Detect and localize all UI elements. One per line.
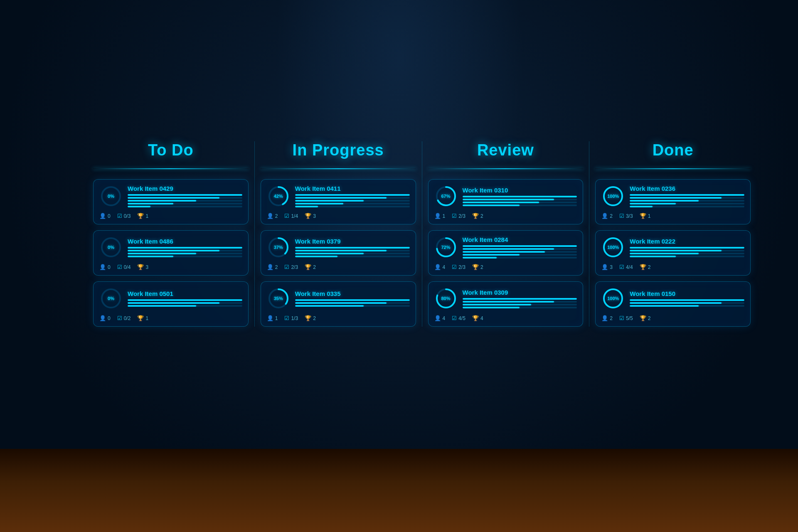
trophies-count: 3 <box>313 213 316 219</box>
progress-bars <box>295 194 410 207</box>
tasks-item: ☑ 3/3 <box>619 213 633 219</box>
progress-bar <box>295 299 410 301</box>
person-icon: 👤 <box>434 264 441 270</box>
card-footer: 👤 2 ☑ 2/3 🏆 2 <box>267 262 410 270</box>
progress-bar <box>295 247 410 249</box>
card-top: 35% Work Item 0335 <box>267 287 410 310</box>
progress-circle: 37% <box>267 236 290 259</box>
trophies-count: 2 <box>648 315 651 321</box>
card-top: 0% Work Item 0429 <box>99 185 242 208</box>
progress-bar <box>128 194 242 196</box>
progress-bar <box>630 305 744 307</box>
person-icon: 👤 <box>99 315 106 321</box>
trophies-item: 🏆 2 <box>472 264 483 270</box>
tasks-count: 0/4 <box>124 264 131 270</box>
card-top: 100% Work Item 0150 <box>601 287 744 310</box>
progress-bar <box>463 251 577 253</box>
person-icon: 👤 <box>267 264 273 270</box>
card-0236[interactable]: 100% Work Item 0236 👤 2 ☑ <box>595 179 751 224</box>
assignees-item: 👤 2 <box>601 315 613 321</box>
column-inprogress: In Progress 42% Work Item 0411 <box>255 141 422 327</box>
checkbox-icon: ☑ <box>619 264 624 270</box>
card-footer: 👤 3 ☑ 4/4 🏆 2 <box>601 262 744 270</box>
progress-circle: 72% <box>434 236 458 259</box>
tasks-item: ☑ 1/3 <box>284 315 298 321</box>
card-0486[interactable]: 0% Work Item 0486 👤 0 ☑ 0/4 <box>93 230 249 276</box>
trophy-icon: 🏆 <box>640 213 646 219</box>
card-0335[interactable]: 35% Work Item 0335 👤 1 ☑ 1/3 <box>261 281 416 327</box>
progress-circle: 100% <box>601 236 625 259</box>
card-0310[interactable]: 67% Work Item 0310 👤 1 ☑ 2/3 <box>428 179 584 224</box>
person-icon: 👤 <box>99 264 106 270</box>
card-title: Work Item 0501 <box>128 290 242 297</box>
card-0501[interactable]: 0% Work Item 0501 👤 0 ☑ 0/2 <box>93 281 249 327</box>
card-info: Work Item 0411 <box>295 185 410 207</box>
progress-label: 67% <box>441 194 450 199</box>
trophy-icon: 🏆 <box>305 264 311 270</box>
trophies-count: 4 <box>480 315 483 321</box>
progress-bar <box>630 194 744 196</box>
trophies-item: 🏆 2 <box>640 264 651 270</box>
trophy-icon: 🏆 <box>137 264 144 270</box>
progress-circle: 42% <box>267 185 290 208</box>
progress-circle: 0% <box>99 185 123 208</box>
trophies-count: 1 <box>145 315 148 321</box>
card-footer: 👤 4 ☑ 2/3 🏆 2 <box>434 262 577 270</box>
card-footer: 👤 0 ☑ 0/3 🏆 1 <box>99 211 242 219</box>
column-header-done: Done <box>653 141 694 159</box>
assignees-item: 👤 2 <box>267 213 278 219</box>
trophies-count: 2 <box>313 315 316 321</box>
card-title: Work Item 0284 <box>463 236 577 243</box>
card-top: 100% Work Item 0236 <box>601 185 744 208</box>
column-divider-done <box>595 168 751 169</box>
trophy-icon: 🏆 <box>305 213 311 219</box>
progress-bar <box>463 307 577 308</box>
card-footer: 👤 2 ☑ 1/4 🏆 3 <box>267 211 410 219</box>
card-title: Work Item 0310 <box>463 187 577 194</box>
card-0429[interactable]: 0% Work Item 0429 👤 0 ☑ <box>93 179 249 224</box>
card-info: Work Item 0501 <box>128 290 242 307</box>
card-0379[interactable]: 37% Work Item 0379 👤 2 ☑ 2/3 <box>261 230 416 276</box>
tasks-count: 0/2 <box>124 315 131 321</box>
progress-circle: 100% <box>601 287 625 310</box>
progress-bars <box>128 247 242 257</box>
trophies-count: 1 <box>648 213 651 219</box>
person-icon: 👤 <box>434 315 441 321</box>
trophies-count: 1 <box>145 213 148 219</box>
progress-label: 0% <box>108 245 114 250</box>
card-footer: 👤 4 ☑ 4/5 🏆 4 <box>434 313 577 321</box>
card-0411[interactable]: 42% Work Item 0411 👤 2 ☑ <box>261 179 416 224</box>
trophy-icon: 🏆 <box>472 264 479 270</box>
card-footer: 👤 2 ☑ 3/3 🏆 1 <box>601 211 744 219</box>
progress-label: 0% <box>108 296 114 301</box>
card-top: 100% Work Item 0222 <box>601 236 744 259</box>
trophies-count: 2 <box>480 213 483 219</box>
assignees-count: 2 <box>275 264 278 270</box>
progress-bar <box>295 200 410 202</box>
tasks-count: 1/4 <box>291 213 298 219</box>
person-icon: 👤 <box>99 213 106 219</box>
progress-bar <box>128 200 242 202</box>
column-header-todo: To Do <box>148 141 194 159</box>
card-top: 42% Work Item 0411 <box>267 185 410 208</box>
progress-bar <box>463 304 577 305</box>
card-info: Work Item 0486 <box>128 238 242 257</box>
assignees-item: 👤 0 <box>99 264 111 270</box>
tasks-count: 0/3 <box>124 213 131 219</box>
progress-bar <box>630 250 744 251</box>
card-0150[interactable]: 100% Work Item 0150 👤 2 ☑ 5/5 <box>595 281 751 327</box>
column-done: Done 100% Work Item 0236 <box>589 141 756 327</box>
card-0284[interactable]: 72% Work Item 0284 👤 4 ☑ <box>428 230 584 276</box>
checkbox-icon: ☑ <box>284 315 289 321</box>
assignees-item: 👤 1 <box>267 315 278 321</box>
card-0309[interactable]: 80% Work Item 0309 👤 4 ☑ 4/5 <box>428 281 584 327</box>
assignees-item: 👤 0 <box>99 213 111 219</box>
progress-label: 100% <box>607 245 619 250</box>
progress-bars <box>630 194 744 207</box>
card-0222[interactable]: 100% Work Item 0222 👤 3 ☑ 4/4 <box>595 230 751 276</box>
card-top: 80% Work Item 0309 <box>434 287 577 310</box>
progress-circle: 100% <box>601 185 625 208</box>
trophies-count: 3 <box>145 264 148 270</box>
trophy-icon: 🏆 <box>640 315 646 321</box>
progress-bar <box>630 299 744 301</box>
